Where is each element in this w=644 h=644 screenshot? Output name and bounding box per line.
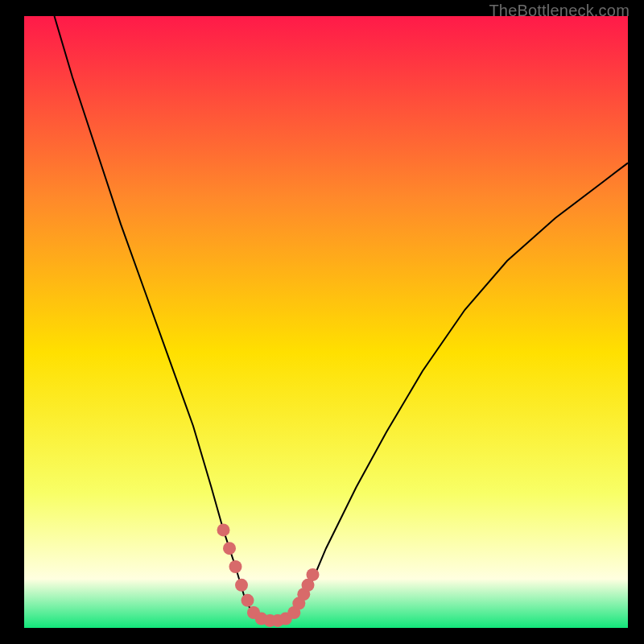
chart-frame: TheBottleneck.com [0,0,644,644]
highlight-dot [242,594,254,607]
highlight-dot [235,579,248,592]
highlight-dot [217,523,230,536]
plot-svg [24,16,628,628]
highlight-dot [223,542,236,555]
plot-background [24,16,628,628]
highlight-dot [229,560,242,573]
bottleneck-plot [24,16,628,628]
highlight-dot [307,568,320,581]
